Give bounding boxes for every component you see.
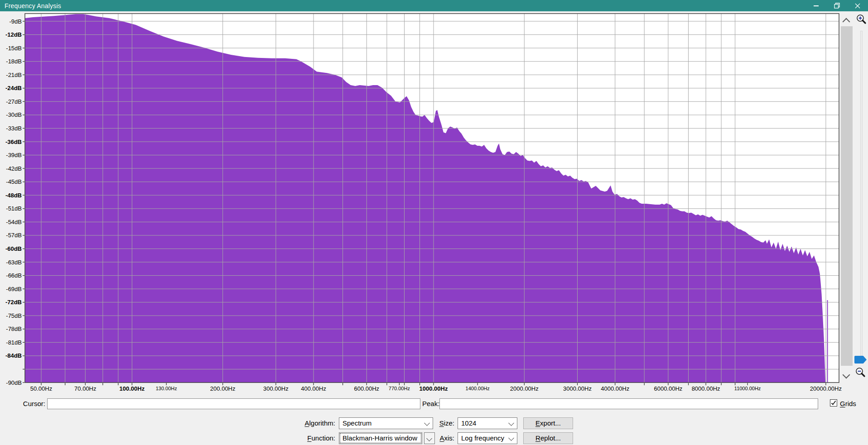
x-axis-label: 8000.00Hz [692, 385, 720, 392]
chevron-down-icon [426, 435, 432, 441]
x-axis-label: 4000.00Hz [601, 385, 629, 392]
x-axis-label: 70.00Hz [74, 385, 96, 392]
y-axis-label: -48dB [5, 192, 22, 199]
vertical-scrollbar[interactable] [840, 14, 854, 383]
y-axis-label: -12dB [5, 31, 22, 38]
y-axis-label: -45dB [6, 178, 22, 185]
x-axis-label: 1000.00Hz [420, 385, 448, 392]
y-axis-label: -72dB [5, 299, 22, 306]
size-value: 1024 [461, 419, 476, 427]
x-axis-label: 100.00Hz [120, 385, 145, 392]
grids-check-icon [830, 400, 837, 406]
y-axis-label: -90dB [6, 379, 22, 386]
x-axis-label: 770.00Hz [389, 386, 410, 391]
chevron-down-icon [508, 420, 514, 426]
y-axis-label: -51dB [6, 205, 22, 212]
y-axis-label: -75dB [6, 312, 22, 319]
grids-checkbox[interactable] [830, 399, 837, 407]
x-axis-label: 1400.00Hz [466, 386, 490, 391]
x-axis-labels: 50.00Hz70.00Hz100.00Hz130.00Hz200.00Hz30… [30, 385, 842, 392]
y-axis-label: -15dB [6, 45, 22, 52]
y-axis-label: -54dB [6, 219, 22, 225]
y-axis-label: -60dB [5, 245, 22, 252]
y-axis-label: -39dB [6, 152, 22, 158]
grids-checkbox-label[interactable]: Grids [840, 399, 863, 408]
cursor-label: Cursor: [14, 399, 45, 408]
chevron-down-icon [424, 420, 430, 426]
x-axis-label: 6000.00Hz [654, 385, 682, 392]
y-axis-label: -30dB [6, 111, 22, 118]
spectrum-plot[interactable]: -9dB-12dB-15dB-18dB-21dB-24dB-27dB-30dB-… [0, 0, 868, 397]
y-axis-label: -21dB [6, 72, 22, 78]
size-dropdown[interactable]: 1024 [458, 417, 517, 429]
peak-readout-field[interactable] [439, 398, 818, 409]
x-axis-label: 3000.00Hz [563, 385, 592, 392]
y-axis-label: -84dB [5, 352, 22, 359]
size-label: Size: [435, 419, 454, 428]
x-axis-label: 2000.00Hz [510, 385, 539, 392]
algorithm-value: Spectrum [342, 419, 371, 427]
y-axis-label: -63dB [6, 259, 22, 266]
y-axis-label: -66dB [6, 272, 22, 279]
scrollbar-down-icon[interactable] [843, 371, 850, 379]
peak-label: Peak: [422, 399, 440, 408]
y-axis-label: -78dB [6, 325, 22, 332]
y-axis-label: -9dB [10, 18, 22, 25]
y-axis-label: -36dB [5, 139, 22, 145]
y-axis-label: -18dB [6, 58, 22, 65]
x-axis-label: 20000.00Hz [810, 385, 842, 392]
spectrum-stray-bin [827, 300, 828, 383]
x-axis-label: 50.00Hz [30, 385, 52, 392]
x-axis-label: 300.00Hz [263, 385, 289, 392]
replot-button[interactable]: Replot... [523, 432, 573, 444]
export-button[interactable]: Export... [523, 417, 573, 429]
axis-value: Log frequency [461, 434, 504, 442]
zoom-slider-track[interactable] [860, 31, 863, 356]
scrollbar-thumb[interactable] [841, 26, 853, 366]
zoom-in-icon[interactable] [855, 14, 867, 25]
algorithm-dropdown[interactable]: Spectrum [339, 417, 433, 429]
scrollbar-up-icon[interactable] [843, 18, 850, 26]
x-axis-label: 200.00Hz [210, 385, 236, 392]
function-dropdown[interactable]: Blackman-Harris window [339, 432, 422, 444]
function-label: Function: [281, 434, 335, 443]
x-axis-label: 11000.00Hz [734, 386, 761, 391]
y-axis-label: -42dB [6, 165, 22, 172]
y-axis-label: -69dB [6, 286, 22, 292]
cursor-readout-field[interactable] [47, 398, 420, 409]
y-axis-label: -33dB [6, 125, 22, 132]
algorithm-label: Algorithm: [281, 419, 335, 428]
y-axis-label: -57dB [6, 232, 22, 239]
y-axis-label: -24dB [5, 85, 22, 91]
chevron-down-icon [508, 435, 514, 441]
axis-dropdown[interactable]: Log frequency [458, 432, 517, 444]
frequency-analysis-window: Frequency Analysis -9dB-12dB-15dB-18dB-2… [0, 0, 868, 445]
y-axis-labels: -9dB-12dB-15dB-18dB-21dB-24dB-27dB-30dB-… [5, 18, 22, 386]
y-axis-label: -27dB [6, 98, 22, 105]
function-value: Blackman-Harris window [342, 434, 417, 442]
axis-label: Axis: [435, 434, 454, 443]
y-axis-label: -81dB [6, 339, 22, 346]
x-axis-label: 400.00Hz [301, 385, 326, 392]
x-axis-label: 130.00Hz [156, 386, 177, 391]
x-axis-label: 600.00Hz [354, 385, 379, 392]
zoom-out-icon[interactable] [854, 367, 866, 378]
function-dropdown-arrow[interactable] [424, 432, 435, 444]
